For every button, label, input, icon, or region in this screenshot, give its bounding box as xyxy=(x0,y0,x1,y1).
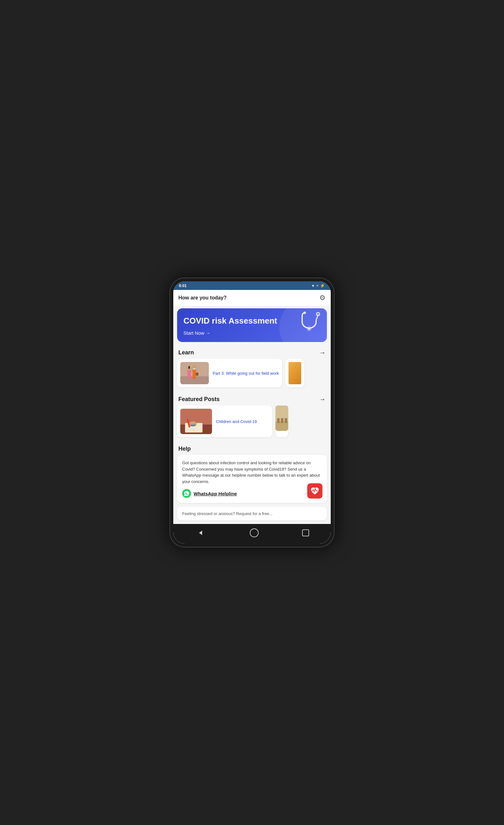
learn-image-placeholder xyxy=(180,362,209,384)
status-bar: 6:01 ▼ ✕ ⚡ xyxy=(173,281,331,290)
featured-scroll: Children and Covid-19 xyxy=(173,405,331,441)
learn-card-partial xyxy=(285,359,304,387)
recent-button[interactable] xyxy=(302,529,309,536)
svg-rect-24 xyxy=(277,418,280,423)
wifi-icon: ▼ xyxy=(311,284,315,288)
svg-rect-21 xyxy=(190,425,195,426)
covid-banner[interactable]: COVID risk Assessment Start Now → xyxy=(177,308,327,342)
header-greeting: How are you today? xyxy=(178,295,227,301)
learn-card-image xyxy=(180,362,209,384)
help-description: Got questions about infection control an… xyxy=(182,460,322,484)
svg-rect-7 xyxy=(187,373,191,379)
svg-rect-13 xyxy=(193,368,195,370)
whatsapp-label[interactable]: WhatsApp Helpline xyxy=(194,491,237,496)
learn-section-header: Learn → xyxy=(173,345,331,359)
svg-point-0 xyxy=(317,312,320,316)
featured-card-partial xyxy=(275,405,288,437)
help-title: Help xyxy=(178,446,191,452)
svg-marker-27 xyxy=(199,531,202,535)
svg-rect-11 xyxy=(193,372,196,379)
svg-rect-14 xyxy=(196,372,198,376)
stethoscope-icon xyxy=(298,310,321,340)
whatsapp-link[interactable]: WhatsApp Helpline xyxy=(182,489,322,498)
app-header: How are you today? ⚙ xyxy=(173,290,331,306)
svg-rect-26 xyxy=(285,418,287,423)
featured-title: Featured Posts xyxy=(178,396,220,403)
phone-screen: 6:01 ▼ ✕ ⚡ How are you today? ⚙ COVID ri… xyxy=(173,281,331,544)
whatsapp-icon xyxy=(182,489,191,498)
learn-arrow[interactable]: → xyxy=(319,349,326,356)
signal-icon: ✕ xyxy=(316,284,319,287)
svg-point-1 xyxy=(304,311,306,314)
battery-icon: ⚡ xyxy=(320,283,325,288)
settings-icon[interactable]: ⚙ xyxy=(319,294,326,302)
status-time: 6:01 xyxy=(179,284,187,288)
featured-arrow[interactable]: → xyxy=(319,396,326,403)
heart-rate-icon xyxy=(307,483,323,499)
svg-rect-9 xyxy=(188,366,190,369)
help-section-header: Help xyxy=(173,441,331,455)
featured-section-header: Featured Posts → xyxy=(173,391,331,405)
partial-card-text: Feeling stressed or anxious? Request for… xyxy=(182,511,273,516)
help-card: Got questions about infection control an… xyxy=(177,455,327,503)
learn-title: Learn xyxy=(178,349,194,356)
featured-card-text: Children and Covid-19 xyxy=(216,419,257,424)
help-section: Got questions about infection control an… xyxy=(173,455,331,507)
home-button[interactable] xyxy=(250,528,259,537)
status-icons: ▼ ✕ ⚡ xyxy=(311,283,325,288)
partial-card: Feeling stressed or anxious? Request for… xyxy=(177,507,327,520)
svg-rect-25 xyxy=(281,418,283,423)
phone-frame: 6:01 ▼ ✕ ⚡ How are you today? ⚙ COVID ri… xyxy=(169,278,335,547)
svg-point-3 xyxy=(308,327,310,330)
back-button[interactable] xyxy=(195,527,206,539)
featured-card[interactable]: Children and Covid-19 xyxy=(177,405,272,437)
learn-card[interactable]: Part 3: While going out for field work xyxy=(177,359,282,387)
learn-scroll: Part 3: While going out for field work xyxy=(173,359,331,391)
featured-card-image xyxy=(180,409,212,434)
content-area: How are you today? ⚙ COVID risk Assessme… xyxy=(173,290,331,524)
child-image xyxy=(180,409,212,434)
learn-card-text: Part 3: While going out for field work xyxy=(213,371,279,376)
nav-bar xyxy=(173,524,331,544)
